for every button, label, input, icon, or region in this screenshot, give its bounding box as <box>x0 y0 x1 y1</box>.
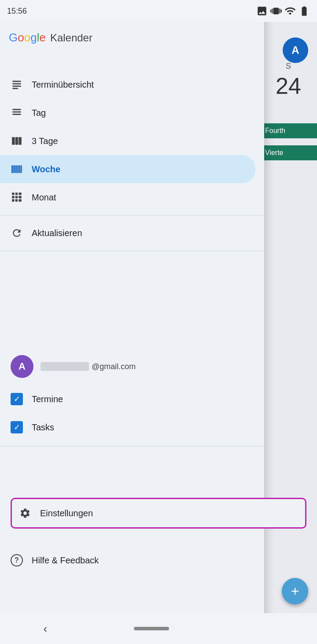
photo-icon <box>256 5 268 17</box>
divider-3 <box>0 446 264 446</box>
svg-rect-17 <box>15 192 18 195</box>
calendar-date-display: S 24 <box>260 62 317 99</box>
status-time: 15:56 <box>7 7 27 16</box>
svg-rect-6 <box>12 114 21 115</box>
nav-label-aktualisieren: Aktualisieren <box>32 228 82 238</box>
divider-2 <box>0 251 264 251</box>
nav-items: Terminübersicht Tag 3 Tage <box>0 70 264 255</box>
list-view-icon <box>11 78 23 91</box>
nav-label-terminubersicht: Terminübersicht <box>32 80 94 90</box>
refresh-icon <box>11 227 23 239</box>
account-email-wrapper: @gmail.com <box>41 362 136 371</box>
svg-rect-11 <box>13 165 15 173</box>
checkbox-row-termine[interactable]: ✓ Termine <box>0 385 264 413</box>
svg-rect-5 <box>12 111 21 113</box>
event-chip-vierte[interactable]: Vierte <box>261 145 317 160</box>
checkbox-row-tasks[interactable]: ✓ Tasks <box>0 413 264 441</box>
checkbox-tasks[interactable]: ✓ <box>11 421 23 433</box>
help-circle-icon: ? <box>11 554 23 566</box>
nav-label-drei-tage: 3 Tage <box>32 136 58 146</box>
svg-rect-1 <box>12 83 21 85</box>
svg-rect-8 <box>15 137 18 144</box>
wifi-icon <box>284 5 296 17</box>
google-g2: g <box>30 31 37 44</box>
help-item[interactable]: ? Hilfe & Feedback <box>0 546 317 574</box>
account-section: A @gmail.com ✓ Termine ✓ Tasks <box>0 348 264 450</box>
svg-rect-24 <box>18 199 22 201</box>
nav-item-monat[interactable]: Monat <box>0 183 255 211</box>
status-icons <box>256 5 310 17</box>
status-bar: 15:56 <box>0 0 317 22</box>
checkbox-label-tasks: Tasks <box>32 422 54 433</box>
svg-rect-4 <box>12 109 21 110</box>
calendar-day-letter: S <box>286 62 291 71</box>
nav-item-woche[interactable]: Woche <box>0 155 255 183</box>
svg-rect-19 <box>12 196 14 198</box>
svg-rect-2 <box>12 85 21 87</box>
vibrate-icon <box>270 5 282 17</box>
svg-rect-9 <box>18 137 22 144</box>
nav-item-drei-tage[interactable]: 3 Tage <box>0 127 255 155</box>
google-o1: o <box>18 31 24 44</box>
svg-rect-22 <box>12 199 14 201</box>
google-o2: o <box>24 31 30 44</box>
bottom-bar: ‹ <box>0 613 317 644</box>
account-email-suffix: @gmail.com <box>92 362 136 371</box>
back-button[interactable]: ‹ <box>44 622 48 636</box>
gear-icon <box>19 507 31 519</box>
svg-rect-10 <box>11 165 13 173</box>
svg-rect-0 <box>12 81 21 82</box>
checkbox-termine[interactable]: ✓ <box>11 393 23 405</box>
settings-item-wrapper: Einstellungen <box>0 498 317 529</box>
nav-label-tag: Tag <box>32 108 46 118</box>
nav-label-woche: Woche <box>32 164 60 174</box>
week-view-icon <box>11 163 23 175</box>
svg-rect-21 <box>18 196 22 198</box>
google-e: e <box>39 31 45 44</box>
app-name: Kalender <box>50 32 92 44</box>
nav-item-terminubersicht[interactable]: Terminübersicht <box>0 70 255 99</box>
svg-rect-14 <box>19 165 20 173</box>
fab-add-button[interactable]: + <box>282 578 308 604</box>
settings-label: Einstellungen <box>40 508 93 518</box>
month-view-icon <box>11 191 23 204</box>
calendar-date-number: 24 <box>276 73 301 99</box>
event-chip-fourth[interactable]: Fourth <box>261 123 317 138</box>
settings-item[interactable]: Einstellungen <box>11 498 306 529</box>
day-view-icon <box>11 107 23 119</box>
nav-item-aktualisieren[interactable]: Aktualisieren <box>0 219 255 247</box>
checkbox-label-termine: Termine <box>32 394 63 404</box>
svg-rect-18 <box>18 192 22 195</box>
google-logo: Google <box>9 31 46 44</box>
account-name-blur <box>41 362 89 371</box>
nav-item-tag[interactable]: Tag <box>0 99 255 127</box>
account-row[interactable]: A @gmail.com <box>0 348 264 385</box>
help-label: Hilfe & Feedback <box>32 555 99 566</box>
app-header: Google Kalender <box>9 31 92 44</box>
svg-rect-12 <box>15 165 17 173</box>
check-icon-termine: ✓ <box>14 395 20 403</box>
svg-rect-13 <box>17 165 18 173</box>
svg-rect-20 <box>15 196 18 198</box>
svg-rect-23 <box>15 199 18 201</box>
svg-rect-3 <box>12 88 18 89</box>
check-icon-tasks: ✓ <box>14 423 20 431</box>
divider-1 <box>0 215 264 215</box>
avatar-top[interactable]: A <box>283 37 308 63</box>
account-avatar: A <box>11 355 33 378</box>
svg-rect-16 <box>12 192 14 195</box>
svg-rect-7 <box>12 137 15 144</box>
svg-rect-15 <box>21 165 22 173</box>
three-day-view-icon <box>11 135 23 147</box>
home-indicator[interactable] <box>134 627 169 630</box>
battery-icon <box>299 5 310 17</box>
nav-label-monat: Monat <box>32 192 56 203</box>
google-g: G <box>9 31 18 44</box>
